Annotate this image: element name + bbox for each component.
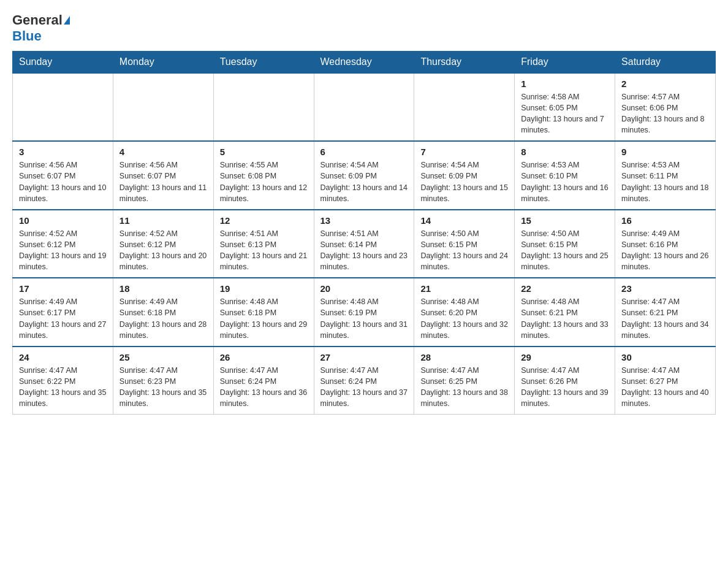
calendar-cell bbox=[113, 73, 213, 142]
calendar-cell: 25Sunrise: 4:47 AM Sunset: 6:23 PM Dayli… bbox=[113, 347, 213, 415]
day-info: Sunrise: 4:49 AM Sunset: 6:17 PM Dayligh… bbox=[19, 296, 107, 341]
calendar-cell: 15Sunrise: 4:50 AM Sunset: 6:15 PM Dayli… bbox=[515, 210, 615, 278]
day-number: 13 bbox=[320, 215, 408, 226]
calendar-cell: 19Sunrise: 4:48 AM Sunset: 6:18 PM Dayli… bbox=[213, 278, 314, 347]
day-number: 28 bbox=[420, 352, 508, 362]
calendar-cell bbox=[213, 73, 314, 142]
day-info: Sunrise: 4:50 AM Sunset: 6:15 PM Dayligh… bbox=[521, 228, 609, 273]
day-number: 15 bbox=[521, 215, 609, 226]
calendar-cell: 10Sunrise: 4:52 AM Sunset: 6:12 PM Dayli… bbox=[13, 210, 113, 278]
day-number: 2 bbox=[621, 79, 709, 89]
day-info: Sunrise: 4:47 AM Sunset: 6:21 PM Dayligh… bbox=[621, 296, 709, 341]
logo: General Blue bbox=[12, 12, 70, 45]
logo-triangle-icon bbox=[64, 16, 70, 25]
calendar-cell: 7Sunrise: 4:54 AM Sunset: 6:09 PM Daylig… bbox=[414, 141, 515, 210]
header-friday: Friday bbox=[515, 51, 615, 73]
calendar-cell: 30Sunrise: 4:47 AM Sunset: 6:27 PM Dayli… bbox=[615, 347, 716, 415]
day-info: Sunrise: 4:51 AM Sunset: 6:14 PM Dayligh… bbox=[320, 228, 408, 273]
day-info: Sunrise: 4:58 AM Sunset: 6:05 PM Dayligh… bbox=[521, 91, 609, 136]
calendar-cell: 27Sunrise: 4:47 AM Sunset: 6:24 PM Dayli… bbox=[314, 347, 414, 415]
day-number: 24 bbox=[19, 352, 107, 362]
calendar-cell bbox=[414, 73, 515, 142]
calendar-cell: 9Sunrise: 4:53 AM Sunset: 6:11 PM Daylig… bbox=[615, 141, 716, 210]
day-number: 11 bbox=[119, 215, 207, 226]
header-sunday: Sunday bbox=[13, 51, 113, 73]
day-number: 1 bbox=[521, 79, 609, 89]
day-info: Sunrise: 4:49 AM Sunset: 6:18 PM Dayligh… bbox=[119, 296, 207, 341]
day-number: 23 bbox=[621, 283, 709, 294]
day-info: Sunrise: 4:52 AM Sunset: 6:12 PM Dayligh… bbox=[19, 228, 107, 273]
calendar-cell: 17Sunrise: 4:49 AM Sunset: 6:17 PM Dayli… bbox=[13, 278, 113, 347]
calendar-cell: 16Sunrise: 4:49 AM Sunset: 6:16 PM Dayli… bbox=[615, 210, 716, 278]
day-number: 14 bbox=[420, 215, 508, 226]
calendar-cell: 29Sunrise: 4:47 AM Sunset: 6:26 PM Dayli… bbox=[515, 347, 615, 415]
day-info: Sunrise: 4:50 AM Sunset: 6:15 PM Dayligh… bbox=[420, 228, 508, 273]
day-number: 10 bbox=[19, 215, 107, 226]
day-info: Sunrise: 4:48 AM Sunset: 6:21 PM Dayligh… bbox=[521, 296, 609, 341]
header-monday: Monday bbox=[113, 51, 213, 73]
week-row-5: 24Sunrise: 4:47 AM Sunset: 6:22 PM Dayli… bbox=[13, 347, 716, 415]
day-number: 8 bbox=[521, 147, 609, 157]
day-info: Sunrise: 4:56 AM Sunset: 6:07 PM Dayligh… bbox=[119, 159, 207, 204]
calendar-cell: 3Sunrise: 4:56 AM Sunset: 6:07 PM Daylig… bbox=[13, 141, 113, 210]
week-row-2: 3Sunrise: 4:56 AM Sunset: 6:07 PM Daylig… bbox=[13, 141, 716, 210]
day-number: 20 bbox=[320, 283, 408, 294]
day-info: Sunrise: 4:47 AM Sunset: 6:22 PM Dayligh… bbox=[19, 365, 107, 410]
day-info: Sunrise: 4:54 AM Sunset: 6:09 PM Dayligh… bbox=[420, 159, 508, 204]
day-info: Sunrise: 4:53 AM Sunset: 6:11 PM Dayligh… bbox=[621, 159, 709, 204]
calendar-cell: 6Sunrise: 4:54 AM Sunset: 6:09 PM Daylig… bbox=[314, 141, 414, 210]
day-info: Sunrise: 4:47 AM Sunset: 6:24 PM Dayligh… bbox=[320, 365, 408, 410]
day-number: 26 bbox=[220, 352, 308, 362]
day-info: Sunrise: 4:47 AM Sunset: 6:25 PM Dayligh… bbox=[420, 365, 508, 410]
day-number: 6 bbox=[320, 147, 408, 157]
calendar-cell: 22Sunrise: 4:48 AM Sunset: 6:21 PM Dayli… bbox=[515, 278, 615, 347]
day-info: Sunrise: 4:47 AM Sunset: 6:24 PM Dayligh… bbox=[220, 365, 308, 410]
day-info: Sunrise: 4:47 AM Sunset: 6:23 PM Dayligh… bbox=[119, 365, 207, 410]
calendar-table: SundayMondayTuesdayWednesdayThursdayFrid… bbox=[12, 51, 716, 415]
day-number: 17 bbox=[19, 283, 107, 294]
calendar-cell: 24Sunrise: 4:47 AM Sunset: 6:22 PM Dayli… bbox=[13, 347, 113, 415]
calendar-cell: 5Sunrise: 4:55 AM Sunset: 6:08 PM Daylig… bbox=[213, 141, 314, 210]
calendar-cell: 4Sunrise: 4:56 AM Sunset: 6:07 PM Daylig… bbox=[113, 141, 213, 210]
calendar-cell: 12Sunrise: 4:51 AM Sunset: 6:13 PM Dayli… bbox=[213, 210, 314, 278]
day-info: Sunrise: 4:48 AM Sunset: 6:20 PM Dayligh… bbox=[420, 296, 508, 341]
day-info: Sunrise: 4:52 AM Sunset: 6:12 PM Dayligh… bbox=[119, 228, 207, 273]
day-number: 21 bbox=[420, 283, 508, 294]
day-info: Sunrise: 4:56 AM Sunset: 6:07 PM Dayligh… bbox=[19, 159, 107, 204]
calendar-cell: 28Sunrise: 4:47 AM Sunset: 6:25 PM Dayli… bbox=[414, 347, 515, 415]
week-row-4: 17Sunrise: 4:49 AM Sunset: 6:17 PM Dayli… bbox=[13, 278, 716, 347]
calendar-cell: 8Sunrise: 4:53 AM Sunset: 6:10 PM Daylig… bbox=[515, 141, 615, 210]
header-tuesday: Tuesday bbox=[213, 51, 314, 73]
calendar-cell bbox=[314, 73, 414, 142]
calendar-cell: 1Sunrise: 4:58 AM Sunset: 6:05 PM Daylig… bbox=[515, 73, 615, 142]
day-number: 5 bbox=[220, 147, 308, 157]
day-info: Sunrise: 4:49 AM Sunset: 6:16 PM Dayligh… bbox=[621, 228, 709, 273]
day-number: 25 bbox=[119, 352, 207, 362]
calendar-cell: 26Sunrise: 4:47 AM Sunset: 6:24 PM Dayli… bbox=[213, 347, 314, 415]
day-info: Sunrise: 4:53 AM Sunset: 6:10 PM Dayligh… bbox=[521, 159, 609, 204]
logo-blue-text: Blue bbox=[12, 28, 42, 44]
day-number: 16 bbox=[621, 215, 709, 226]
calendar-cell: 13Sunrise: 4:51 AM Sunset: 6:14 PM Dayli… bbox=[314, 210, 414, 278]
calendar-cell: 21Sunrise: 4:48 AM Sunset: 6:20 PM Dayli… bbox=[414, 278, 515, 347]
header-saturday: Saturday bbox=[615, 51, 716, 73]
calendar-cell: 20Sunrise: 4:48 AM Sunset: 6:19 PM Dayli… bbox=[314, 278, 414, 347]
day-number: 3 bbox=[19, 147, 107, 157]
day-info: Sunrise: 4:47 AM Sunset: 6:26 PM Dayligh… bbox=[521, 365, 609, 410]
header-thursday: Thursday bbox=[414, 51, 515, 73]
day-number: 30 bbox=[621, 352, 709, 362]
day-number: 18 bbox=[119, 283, 207, 294]
day-number: 9 bbox=[621, 147, 709, 157]
header-wednesday: Wednesday bbox=[314, 51, 414, 73]
calendar-cell: 11Sunrise: 4:52 AM Sunset: 6:12 PM Dayli… bbox=[113, 210, 213, 278]
logo-general-text: General bbox=[12, 12, 63, 28]
day-number: 12 bbox=[220, 215, 308, 226]
week-row-3: 10Sunrise: 4:52 AM Sunset: 6:12 PM Dayli… bbox=[13, 210, 716, 278]
day-info: Sunrise: 4:48 AM Sunset: 6:19 PM Dayligh… bbox=[320, 296, 408, 341]
calendar-cell: 23Sunrise: 4:47 AM Sunset: 6:21 PM Dayli… bbox=[615, 278, 716, 347]
day-number: 29 bbox=[521, 352, 609, 362]
week-row-1: 1Sunrise: 4:58 AM Sunset: 6:05 PM Daylig… bbox=[13, 73, 716, 142]
day-info: Sunrise: 4:57 AM Sunset: 6:06 PM Dayligh… bbox=[621, 91, 709, 136]
day-info: Sunrise: 4:55 AM Sunset: 6:08 PM Dayligh… bbox=[220, 159, 308, 204]
day-info: Sunrise: 4:48 AM Sunset: 6:18 PM Dayligh… bbox=[220, 296, 308, 341]
